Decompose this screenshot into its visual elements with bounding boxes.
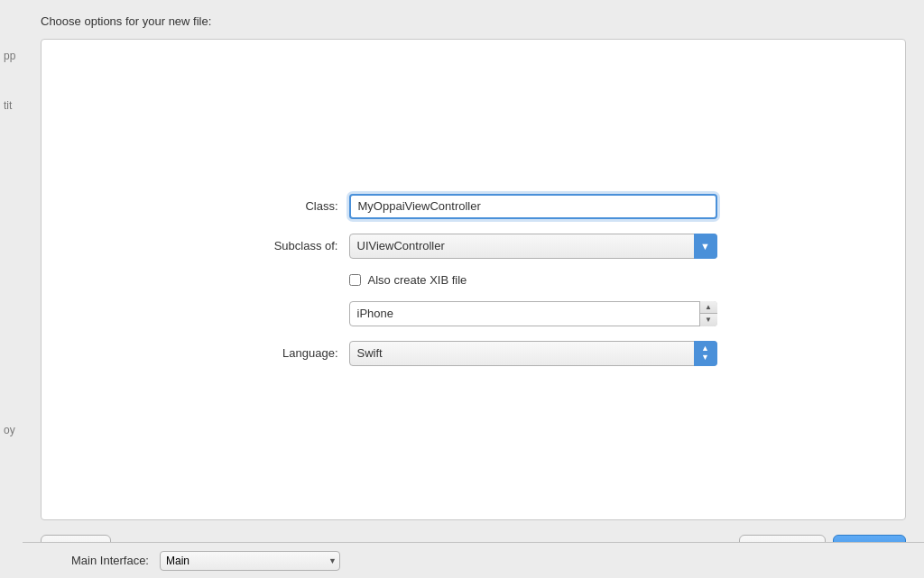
device-stepper-up[interactable]: ▲ xyxy=(700,301,717,315)
sidebar-text-pp: pp xyxy=(4,50,15,62)
subclass-row: Subclass of: UIViewController UITableVie… xyxy=(230,234,717,259)
subclass-select[interactable]: UIViewController UITableViewController U… xyxy=(349,234,717,259)
content-area: Class: Subclass of: UIViewController UIT… xyxy=(41,39,906,520)
class-input[interactable] xyxy=(349,194,717,219)
subclass-field-wrapper: UIViewController UITableViewController U… xyxy=(349,234,717,259)
xib-checkbox[interactable] xyxy=(349,274,361,286)
bottom-select-wrapper: Main ▼ xyxy=(160,551,340,571)
device-stepper-down[interactable]: ▼ xyxy=(700,314,717,326)
dialog-title: Choose options for your new file: xyxy=(41,14,211,28)
xib-checkbox-label: Also create XIB file xyxy=(368,273,467,287)
xib-checkbox-row: Also create XIB file xyxy=(349,273,717,287)
class-row: Class: xyxy=(230,194,717,219)
device-field-wrapper: ▲ ▼ xyxy=(349,301,717,326)
language-row: Language: Swift Objective-C ▲ ▼ xyxy=(230,341,717,366)
device-stepper-buttons: ▲ ▼ xyxy=(699,301,717,326)
subclass-label: Subclass of: xyxy=(230,239,338,252)
sidebar-text-tit: tit xyxy=(4,99,12,112)
class-label: Class: xyxy=(230,199,338,213)
sidebar-text-oy: oy xyxy=(4,424,15,436)
class-field-wrapper xyxy=(349,194,717,219)
language-field-wrapper: Swift Objective-C ▲ ▼ xyxy=(349,341,717,366)
device-row: ▲ ▼ xyxy=(230,301,717,326)
language-label: Language: xyxy=(230,346,338,360)
form-section: Class: Subclass of: UIViewController UIT… xyxy=(230,194,717,366)
bottom-interface-select[interactable]: Main xyxy=(160,551,340,571)
device-input[interactable] xyxy=(349,301,717,326)
dialog-header: Choose options for your new file: xyxy=(23,0,924,39)
bottom-interface-label: Main Interface: xyxy=(41,554,149,567)
dialog-container: Choose options for your new file: Class:… xyxy=(23,0,924,578)
language-select[interactable]: Swift Objective-C xyxy=(349,341,717,366)
bottom-bar: Main Interface: Main ▼ xyxy=(23,542,924,578)
